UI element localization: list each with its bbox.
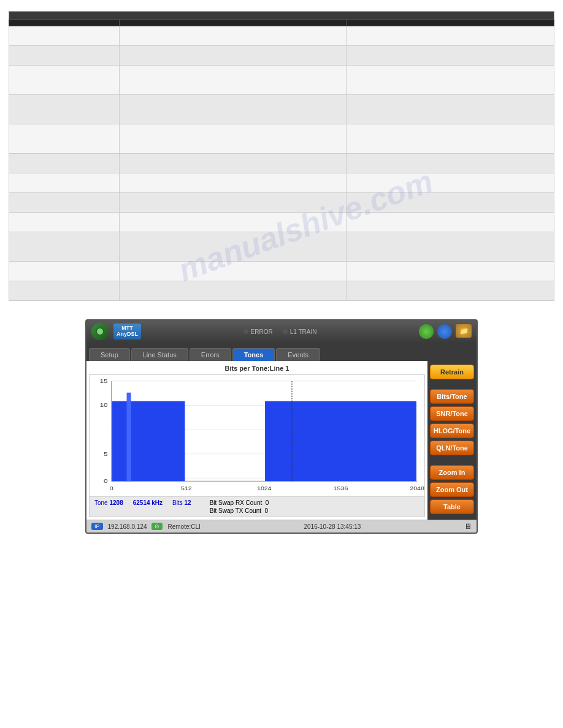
top-table-section	[9, 11, 554, 301]
ip-value: 192.168.0.124	[108, 523, 147, 530]
dsl-sidebar: Retrain Bits/Tone SNR/Tone HLOG/Tone QLN…	[427, 361, 477, 520]
datetime-display: 2016-10-28 13:45:13	[304, 523, 361, 530]
col-header-3	[347, 20, 554, 26]
remote-badge: ⊙	[151, 523, 163, 530]
dsl-chart-area: Bits per Tone:Line 1	[86, 361, 427, 520]
svg-text:10: 10	[99, 401, 107, 408]
train-dot	[283, 329, 288, 334]
data-table	[9, 11, 554, 301]
bit-swap-tx: Bit Swap TX Count 0	[210, 507, 269, 514]
col-header-2	[120, 20, 347, 26]
tab-events[interactable]: Events	[276, 348, 320, 361]
chart-info-right: Bit Swap RX Count 0 Bit Swap TX Count 0	[210, 499, 269, 514]
table-row	[9, 26, 554, 46]
chart-title: Bits per Tone:Line 1	[89, 365, 425, 372]
chart-svg: 15 10 5 0 0 512 1024 1536 2048	[90, 375, 424, 496]
tab-errors[interactable]: Errors	[190, 348, 231, 361]
chart-info-bar: Tone 1208 62514 kHz Bits 12 Bit Swap RX …	[89, 497, 425, 517]
tab-tones[interactable]: Tones	[232, 348, 275, 361]
svg-rect-17	[112, 401, 185, 482]
qln-tone-button[interactable]: QLN/Tone	[430, 441, 474, 455]
svg-text:0: 0	[110, 485, 114, 491]
chart-container: 15 10 5 0 0 512 1024 1536 2048	[89, 374, 425, 497]
svg-text:512: 512	[181, 485, 192, 491]
table-row	[9, 173, 554, 193]
error-status: ERROR	[243, 328, 273, 335]
svg-text:0: 0	[104, 477, 108, 484]
tone-value: 1208	[109, 499, 123, 506]
svg-text:15: 15	[99, 377, 107, 384]
col-header-1	[9, 20, 120, 26]
table-row	[9, 281, 554, 301]
ip-badge: IP	[91, 523, 103, 530]
dsl-nav: Setup Line Status Errors Tones Events	[86, 343, 477, 361]
table-row	[9, 154, 554, 173]
error-label: ERROR	[251, 328, 273, 335]
freq-value: 62514 kHz	[133, 499, 163, 514]
table-row	[9, 232, 554, 262]
svg-rect-19	[265, 401, 416, 482]
train-status: L1 TRAIN	[283, 328, 317, 335]
zoom-out-button[interactable]: Zoom Out	[430, 482, 474, 497]
snr-tone-button[interactable]: SNR/Tone	[430, 406, 474, 421]
table-button[interactable]: Table	[430, 499, 474, 514]
svg-text:5: 5	[104, 450, 108, 457]
folder-icon[interactable]: 📁	[456, 324, 472, 338]
svg-rect-18	[127, 393, 131, 482]
tab-line-status[interactable]: Line Status	[131, 348, 188, 361]
tone-label: Tone 1208	[94, 499, 123, 514]
table-row	[9, 46, 554, 66]
dsl-main-content: Bits per Tone:Line 1	[86, 361, 477, 520]
svg-text:2048: 2048	[410, 485, 424, 491]
bit-swap-rx: Bit Swap RX Count 0	[210, 499, 269, 506]
train-label: L1 TRAIN	[290, 328, 317, 335]
hlog-tone-button[interactable]: HLOG/Tone	[430, 423, 474, 438]
dsl-tool-section: MTT AnyDSL ERROR L1 TRAIN 📁	[85, 319, 478, 534]
table-row	[9, 124, 554, 154]
table-title	[9, 12, 554, 20]
toolbar-icons: 📁	[419, 324, 472, 339]
table-title-row	[9, 12, 554, 20]
bits-label: Bits 12	[172, 499, 191, 514]
zoom-in-button[interactable]: Zoom In	[430, 465, 474, 480]
table-row	[9, 66, 554, 95]
monitor-icon: 🖥	[464, 522, 472, 531]
dsl-statusbar: IP 192.168.0.124 ⊙ Remote:CLI 2016-10-28…	[86, 520, 477, 533]
dsl-status-area: ERROR L1 TRAIN	[146, 328, 414, 335]
error-dot	[243, 329, 248, 334]
bits-tone-button[interactable]: Bits/Tone	[430, 389, 474, 404]
remote-label: Remote:CLI	[167, 523, 200, 530]
settings-icon[interactable]	[437, 324, 452, 339]
refresh-icon[interactable]	[419, 324, 434, 339]
dsl-logo-inner	[96, 327, 104, 336]
chart-info-left: Tone 1208 62514 kHz Bits 12	[94, 499, 191, 514]
dsl-window: MTT AnyDSL ERROR L1 TRAIN 📁	[85, 319, 478, 534]
bits-value: 12	[185, 499, 191, 506]
table-row	[9, 193, 554, 213]
table-header-row	[9, 20, 554, 26]
statusbar-left: IP 192.168.0.124 ⊙ Remote:CLI	[91, 523, 201, 530]
retrain-button[interactable]: Retrain	[430, 365, 474, 379]
table-row	[9, 213, 554, 232]
dsl-logo	[91, 323, 109, 340]
mtt-badge: MTT AnyDSL	[113, 324, 141, 339]
svg-text:1024: 1024	[257, 485, 272, 491]
dsl-titlebar: MTT AnyDSL ERROR L1 TRAIN 📁	[86, 320, 477, 343]
svg-text:1536: 1536	[334, 485, 348, 491]
table-row	[9, 95, 554, 124]
table-row	[9, 262, 554, 281]
tab-setup[interactable]: Setup	[89, 348, 130, 361]
